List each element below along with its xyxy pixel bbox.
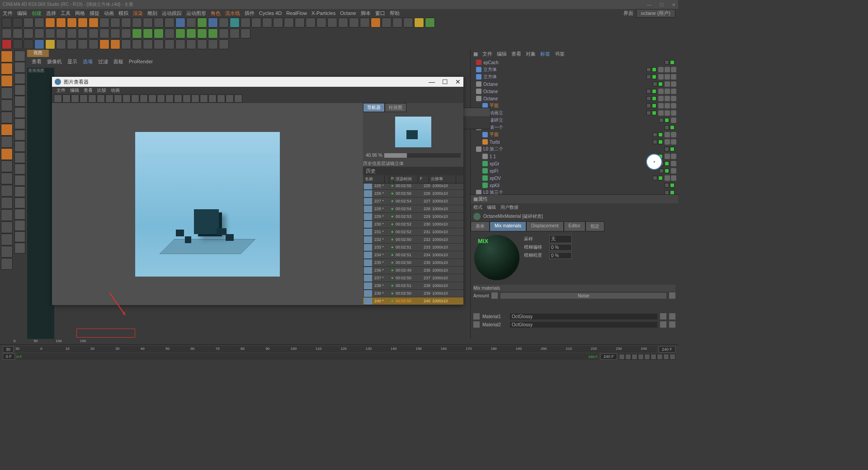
tool-button[interactable] <box>251 18 261 28</box>
tool-button[interactable] <box>295 18 305 28</box>
object-row[interactable]: 1 1 <box>472 153 676 160</box>
menu-X-Particles[interactable]: X-Particles <box>311 10 335 16</box>
noise-clear-icon[interactable] <box>669 292 675 299</box>
menu-动画[interactable]: 动画 <box>104 10 114 17</box>
tool-button[interactable] <box>2 39 12 49</box>
tool-button[interactable] <box>110 18 120 28</box>
tool-button[interactable] <box>121 28 131 38</box>
playback-button[interactable] <box>657 354 663 360</box>
pv-tool[interactable] <box>174 94 182 103</box>
pv-nav-tab[interactable]: 柱状图 <box>385 103 406 112</box>
tool-button[interactable] <box>34 39 44 49</box>
tool-button[interactable] <box>121 39 131 49</box>
attr-tab[interactable]: Displacement <box>526 221 564 231</box>
tool-button[interactable] <box>24 18 33 28</box>
tool-button[interactable] <box>208 18 218 28</box>
tool-button[interactable] <box>132 28 142 38</box>
menu-编辑[interactable]: 编辑 <box>17 10 27 17</box>
tool-button[interactable] <box>175 28 185 38</box>
attr-menu-模式[interactable]: 模式 <box>473 204 482 211</box>
pv-tab2[interactable]: 立体 <box>395 160 404 167</box>
tag-icon[interactable] <box>665 132 670 137</box>
timeline-ruler[interactable]: 3001020304050607080901001101201301401501… <box>15 346 657 352</box>
tool-button[interactable] <box>110 28 120 38</box>
left-tool[interactable] <box>1 148 13 160</box>
tool-button[interactable] <box>24 28 33 38</box>
tag-icon[interactable] <box>671 118 676 123</box>
history-row[interactable]: 239 *●00:02:502391000x10 <box>363 290 463 297</box>
tag-icon[interactable] <box>665 139 670 145</box>
tag-icon[interactable] <box>658 110 664 116</box>
menu-模拟[interactable]: 模拟 <box>118 10 128 17</box>
pv-tool[interactable] <box>71 94 79 103</box>
tool-button[interactable] <box>2 18 12 28</box>
playback-button[interactable] <box>644 354 650 360</box>
tool-button[interactable] <box>360 18 370 28</box>
object-row[interactable]: Octane <box>472 88 676 95</box>
tool-button[interactable] <box>165 18 175 28</box>
tool-button[interactable] <box>24 39 33 49</box>
tool-button[interactable] <box>186 28 196 38</box>
tool-button[interactable] <box>56 39 66 49</box>
left-tool[interactable] <box>1 87 13 99</box>
tool-button[interactable] <box>13 18 23 28</box>
tool-button[interactable] <box>13 39 23 49</box>
tool-button[interactable] <box>371 18 381 28</box>
object-row[interactable]: 立方体 <box>472 73 676 80</box>
tool-button[interactable] <box>121 18 131 28</box>
tool-button[interactable] <box>382 18 392 28</box>
menu-捕捉[interactable]: 捕捉 <box>90 10 99 17</box>
object-list[interactable]: xpCach立方体立方体OctaneOctaneOctane平面动画立L0 破碎… <box>471 58 678 194</box>
pv-tool[interactable] <box>105 94 113 103</box>
mat2-dot[interactable] <box>473 321 480 328</box>
left-tool-2[interactable] <box>14 96 25 107</box>
tag-icon[interactable] <box>665 67 670 72</box>
tool-button[interactable] <box>45 39 55 49</box>
pv-tab2[interactable]: 滤镜 <box>386 160 395 167</box>
menu-脚本[interactable]: 脚本 <box>361 10 371 17</box>
tool-button[interactable] <box>306 18 316 28</box>
tool-button[interactable] <box>273 18 283 28</box>
menu-工具[interactable]: 工具 <box>61 10 71 17</box>
tool-button[interactable] <box>67 39 77 49</box>
pv-zoom-value[interactable]: 40.96 % <box>366 153 382 158</box>
left-tool-2[interactable] <box>14 175 25 186</box>
menu-渲染[interactable]: 渲染 <box>133 10 143 17</box>
vp-menu-面板[interactable]: 面板 <box>113 58 123 65</box>
timeline-end2[interactable]: 240 F <box>600 353 617 360</box>
left-tool[interactable] <box>1 246 13 258</box>
tool-button[interactable] <box>219 39 229 49</box>
attr-menu-编辑[interactable]: 编辑 <box>487 204 496 211</box>
menu-窗口[interactable]: 窗口 <box>375 10 385 17</box>
pv-menu-动画[interactable]: 动画 <box>111 87 120 94</box>
tool-button[interactable] <box>45 28 55 38</box>
vp-menu-摄像机[interactable]: 摄像机 <box>47 58 62 65</box>
left-tool[interactable] <box>1 173 13 184</box>
left-tool[interactable] <box>1 99 13 111</box>
tool-button[interactable] <box>392 18 402 28</box>
object-row[interactable]: L0 第一个 <box>472 124 676 131</box>
playback-button[interactable] <box>670 354 675 360</box>
history-rows[interactable]: 225 *●00:02:552251000x10226 *●00:02:5622… <box>363 183 463 305</box>
tool-button[interactable] <box>56 28 66 38</box>
tool-button[interactable] <box>219 18 229 28</box>
menu-网格[interactable]: 网格 <box>75 10 85 17</box>
pv-tool[interactable] <box>131 94 139 103</box>
material2-field[interactable]: OctGlossy <box>510 322 657 328</box>
attr-tab[interactable]: 指定 <box>585 221 604 231</box>
pv-tool[interactable] <box>148 94 156 103</box>
tool-button[interactable] <box>284 18 294 28</box>
tool-button[interactable] <box>99 39 109 49</box>
tool-button[interactable] <box>425 18 435 28</box>
mat1-dot[interactable] <box>473 313 480 320</box>
tag-icon[interactable] <box>658 89 664 94</box>
left-tool-2[interactable] <box>14 197 25 208</box>
tool-button[interactable] <box>143 39 153 49</box>
maximize-button[interactable]: ☐ <box>660 2 664 7</box>
object-row[interactable]: L0 第三个 <box>472 189 676 194</box>
pv-tool[interactable] <box>165 94 174 103</box>
pv-nav-tab[interactable]: 导航器 <box>363 103 385 112</box>
tag-icon[interactable] <box>671 110 676 116</box>
obj-menu-标签[interactable]: 标签 <box>540 51 550 57</box>
tool-button[interactable] <box>197 18 207 28</box>
